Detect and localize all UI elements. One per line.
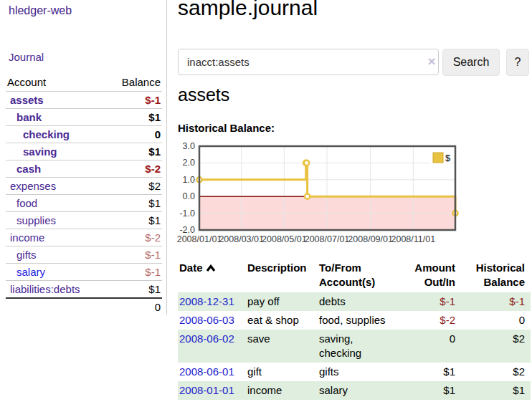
transaction-date-link[interactable]: 2008-06-02 [179,332,234,345]
account-balance: $-1 [107,246,163,264]
transaction-accounts: saving,checking [318,330,411,363]
search-button[interactable]: Search [442,49,500,76]
transaction-date-link[interactable]: 2008-01-01 [179,384,234,396]
svg-text:2008/01/01: 2008/01/01 [177,234,222,244]
register-table: DateDescriptionTo/FromAccount(s)AmountOu… [178,258,531,400]
account-row: cash$-2 [6,160,162,178]
account-link[interactable]: food [7,197,37,209]
transaction-balance: 0 [457,311,531,330]
sort-ascending-icon[interactable] [206,264,216,272]
account-link[interactable]: supplies [7,214,56,226]
register-row: 2008-06-02savesaving,checking0$2 [178,330,531,363]
transaction-accounts: salary [318,381,411,400]
svg-text:2008/07/01: 2008/07/01 [305,234,350,244]
register-row: 2008-06-01giftgifts$1$2 [178,363,531,381]
svg-text:2008/03/01: 2008/03/01 [219,234,264,244]
account-link[interactable]: gifts [7,249,37,261]
account-row: food$1 [6,195,162,212]
account-link[interactable]: bank [7,111,42,123]
account-balance: $1 [107,212,163,229]
svg-text:0.0: 0.0 [183,191,195,201]
account-row: checking0 [6,126,162,143]
transaction-balance: $1 [457,381,531,400]
transaction-amount: $-1 [411,292,457,311]
account-link[interactable]: cash [7,163,41,175]
account-link[interactable]: liabilities:debts [7,283,80,295]
transaction-accounts: food, supplies [318,311,411,330]
account-balance: $-2 [107,160,163,178]
account-row: saving$1 [6,143,162,160]
account-balance: $-1 [107,264,163,281]
transaction-date-link[interactable]: 2008-12-31 [179,295,234,307]
sidebar-item-journal[interactable]: Journal [9,51,44,63]
account-balance: $1 [107,281,163,299]
register-header-amount: AmountOut/In [411,258,457,292]
svg-text:2.0: 2.0 [183,158,195,168]
account-row: salary$-1 [6,264,162,281]
transaction-date-link[interactable]: 2008-06-03 [179,314,234,326]
account-heading: assets [178,85,229,105]
account-balance: $1 [107,195,163,212]
account-balance: $-1 [107,92,163,109]
search-input[interactable] [178,49,439,75]
transaction-accounts: debts [318,292,411,311]
svg-text:2008/05/01: 2008/05/01 [262,234,307,244]
transaction-amount: 0 [411,330,457,363]
account-row: supplies$1 [6,212,162,229]
transaction-balance: $2 [457,363,531,381]
account-row: assets$-1 [6,92,162,109]
svg-text:$: $ [445,153,451,163]
account-link[interactable]: saving [7,145,57,158]
sidebar: hledger-web Journal Account Balance asse… [0,0,167,315]
account-balance: $1 [107,143,163,160]
transaction-balance: $2 [457,330,531,363]
app-title-link[interactable]: hledger-web [9,4,72,17]
svg-text:-2.0: -2.0 [179,225,195,235]
register-row: 2008-01-01incomesalary$1$1 [178,381,531,400]
transaction-amount: $1 [411,381,457,400]
account-balance: $1 [107,109,163,126]
transaction-accounts: gifts [318,363,411,381]
account-balance: $2 [107,178,163,195]
account-link[interactable]: expenses [7,180,56,192]
account-row: bank$1 [6,109,162,126]
svg-text:3.0: 3.0 [183,142,195,151]
transaction-description: income [246,381,318,400]
svg-text:-1.0: -1.0 [179,208,195,219]
account-balance: 0 [107,126,163,143]
register-row: 2008-06-03eat & shopfood, supplies$-20 [178,311,531,330]
svg-text:1.0: 1.0 [183,175,195,185]
account-link[interactable]: assets [7,94,44,106]
page-title: sample.journal [178,0,318,20]
account-link[interactable]: salary [7,266,45,278]
register-header-historical: HistoricalBalance [457,258,531,292]
transaction-description: pay off [246,292,318,311]
register-header-tofrom: To/FromAccount(s) [318,258,411,292]
accounts-total-row: 0 [6,298,162,315]
svg-text:2008/09/01: 2008/09/01 [348,234,393,244]
register-header-description: Description [246,258,318,292]
transaction-description: eat & shop [246,311,318,330]
account-link[interactable]: income [7,231,44,244]
chart-title: Historical Balance: [178,122,275,134]
transaction-description: gift [246,363,318,381]
historical-balance-chart: $3.02.01.00.0-1.0-2.02008/01/012008/03/0… [176,142,532,248]
help-button[interactable]: ? [506,49,529,76]
transaction-amount: $-2 [411,311,457,330]
svg-text:2008/11/01: 2008/11/01 [391,234,435,244]
register-row: 2008-12-31pay offdebts$-1$-1 [178,292,531,311]
register-header-date[interactable]: Date [178,258,246,292]
account-row: liabilities:debts$1 [6,281,162,299]
accounts-header-balance: Balance [107,74,163,92]
transaction-amount: $1 [411,363,457,381]
transaction-description: save [246,330,318,363]
accounts-header-account: Account [6,74,107,92]
clear-search-icon[interactable]: × [424,54,439,69]
account-row: gifts$-1 [6,246,162,264]
account-row: income$-2 [6,229,162,246]
transaction-date-link[interactable]: 2008-06-01 [179,365,234,378]
account-link[interactable]: checking [7,128,70,140]
accounts-table: Account Balance assets$-1bank$1checking0… [6,74,162,315]
accounts-total: 0 [107,298,163,315]
account-balance: $-2 [107,229,163,246]
